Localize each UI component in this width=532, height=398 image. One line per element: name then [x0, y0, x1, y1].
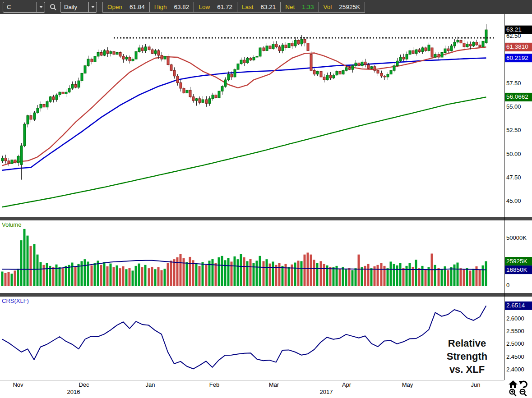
svg-text:Nov: Nov — [13, 381, 23, 388]
svg-text:57.50: 57.50 — [506, 80, 521, 87]
period-combo[interactable]: Daily — [60, 2, 97, 13]
ma-blue-line — [2, 58, 486, 170]
chevron-down-icon[interactable] — [37, 2, 45, 12]
svg-text:56.0662: 56.0662 — [506, 93, 528, 100]
zoom-out-icon[interactable] — [519, 389, 528, 397]
crs-pane-label: CRS(XLF) — [2, 297, 29, 304]
svg-text:55.00: 55.00 — [506, 103, 521, 110]
time-axis-labels: NovDecJanFebMarAprMayJun20162017 — [13, 381, 480, 395]
quote-net: Net 1.33 — [280, 2, 318, 12]
svg-text:May: May — [402, 381, 413, 388]
svg-text:2.4000: 2.4000 — [506, 366, 524, 373]
svg-text:52.50: 52.50 — [506, 127, 521, 133]
svg-text:50000K: 50000K — [506, 234, 527, 241]
svg-text:47.50: 47.50 — [506, 174, 521, 181]
svg-text:Feb: Feb — [209, 381, 219, 388]
svg-text:60.2192: 60.2192 — [506, 55, 528, 61]
pane-separator[interactable] — [0, 293, 532, 297]
relative-strength-annotation: Relative Strength vs. XLF — [440, 337, 494, 376]
quote-open: Open 61.84 — [103, 2, 149, 12]
quote-last: Last 63.21 — [237, 2, 280, 12]
volume-badge: 16850K — [505, 265, 532, 274]
svg-text:Apr: Apr — [342, 381, 352, 388]
chart-nav-buttons — [509, 380, 529, 397]
symbol-value: C — [3, 2, 37, 12]
candlesticks — [1, 24, 487, 179]
svg-text:Jan: Jan — [146, 381, 155, 388]
svg-text:16850K: 16850K — [506, 266, 527, 273]
symbol-combo[interactable]: C — [3, 2, 45, 13]
svg-text:0: 0 — [506, 282, 509, 288]
svg-text:63.21: 63.21 — [506, 26, 522, 33]
svg-text:2.6514: 2.6514 — [506, 302, 525, 309]
crs-badge: 2.6514 — [505, 302, 532, 310]
chevron-down-icon[interactable] — [88, 2, 97, 12]
price-badge: 60.2192 — [505, 54, 532, 62]
axis-tick-labels: 62.5060.0057.5055.0052.5050.0047.5045.00… — [506, 32, 527, 373]
volume-pane-label: Volume — [2, 221, 21, 228]
period-value: Daily — [60, 2, 88, 12]
svg-text:Mar: Mar — [269, 381, 279, 388]
svg-text:2.4500: 2.4500 — [506, 353, 524, 360]
volume-badge: 25925K — [505, 257, 532, 265]
toolbar: C Daily Open 61.84 High 63.82 Low 61.72 … — [0, 0, 532, 14]
svg-text:2016: 2016 — [67, 389, 80, 395]
ma-green-line — [2, 97, 486, 207]
quote-volume: Vol 25925K — [319, 2, 365, 12]
svg-text:50.00: 50.00 — [506, 151, 521, 157]
quote-high: High 63.82 — [149, 2, 194, 12]
price-badge: 63.21 — [505, 26, 532, 34]
price-badge: 61.3810 — [505, 43, 532, 51]
svg-text:2.5500: 2.5500 — [506, 328, 524, 334]
svg-text:2.5000: 2.5000 — [506, 340, 524, 347]
svg-text:25925K: 25925K — [506, 258, 527, 265]
pane-separator[interactable] — [0, 217, 532, 220]
quote-bar: Open 61.84 High 63.82 Low 61.72 Last 63.… — [102, 2, 365, 13]
zoom-in-icon[interactable] — [509, 389, 518, 397]
svg-text:2.6000: 2.6000 — [506, 315, 524, 322]
crs-line — [2, 306, 486, 369]
svg-text:Jun: Jun — [471, 381, 481, 388]
home-icon[interactable] — [509, 380, 518, 388]
svg-text:Dec: Dec — [79, 381, 89, 388]
svg-text:2017: 2017 — [320, 389, 333, 395]
undo-icon[interactable] — [519, 380, 528, 388]
price-badge: 56.0662 — [505, 93, 532, 101]
svg-text:61.3810: 61.3810 — [506, 43, 528, 50]
volume-bars — [1, 229, 487, 286]
quote-low: Low 61.72 — [194, 2, 237, 12]
search-icon[interactable] — [49, 3, 57, 11]
svg-text:45.00: 45.00 — [506, 197, 521, 204]
